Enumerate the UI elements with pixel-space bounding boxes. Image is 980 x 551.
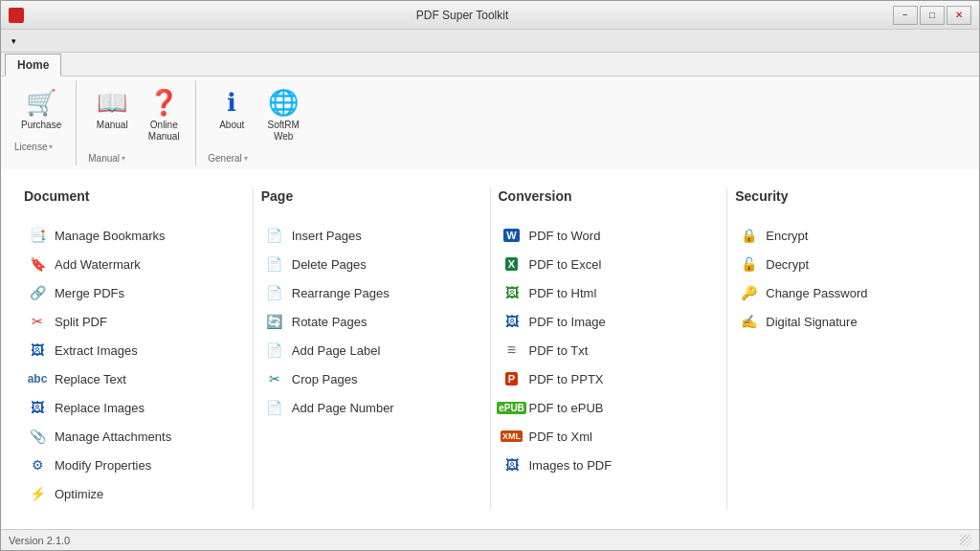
pdf-to-pptx-label: PDF to PPTX: [529, 372, 604, 386]
app-title: PDF Super Toolkit: [32, 9, 893, 22]
split-pdf-label: Split PDF: [55, 315, 107, 329]
app-icon: [9, 8, 24, 23]
delete-pages-item[interactable]: 📄 Delete Pages: [261, 250, 467, 278]
decrypt-item[interactable]: 🔓 Decrypt: [735, 250, 941, 278]
about-icon: ℹ: [216, 87, 247, 118]
ribbon-group-license: 🛒 Purchase License ▾: [7, 80, 77, 165]
pdf-to-pptx-icon: P: [502, 369, 522, 388]
merge-pdfs-icon: 🔗: [28, 283, 47, 302]
manual-button[interactable]: 📖 Manual: [88, 82, 136, 147]
add-page-number-item[interactable]: 📄 Add Page Number: [261, 393, 467, 422]
pdf-to-word-item[interactable]: W PDF to Word: [499, 221, 704, 250]
ribbon-area: ▾ Home 🛒 Purchase License ▾ 📖 Man: [1, 30, 979, 169]
purchase-label: Purchase: [21, 120, 61, 131]
images-to-pdf-item[interactable]: 🖼 Images to PDF: [499, 451, 704, 479]
license-group-label: License ▾: [14, 142, 68, 152]
optimize-item[interactable]: ⚡ Optimize: [24, 479, 230, 508]
security-column: Security 🔒 Encrypt 🔓 Decrypt 🔑 Change Pa…: [735, 188, 956, 510]
pdf-to-epub-item[interactable]: ePUB PDF to ePUB: [499, 393, 704, 422]
manual-icon: 📖: [97, 87, 127, 118]
encrypt-label: Encrypt: [766, 229, 808, 243]
modify-properties-item[interactable]: ⚙ Modify Properties: [24, 451, 230, 479]
add-page-number-icon: 📄: [265, 398, 284, 417]
change-password-item[interactable]: 🔑 Change Password: [735, 278, 941, 307]
add-watermark-item[interactable]: 🔖 Add Watermark: [24, 250, 230, 278]
merge-pdfs-item[interactable]: 🔗 Merge PDFs: [24, 278, 230, 307]
ribbon: 🛒 Purchase License ▾ 📖 Manual ❓ Online M…: [1, 76, 979, 169]
extract-images-item[interactable]: 🖼 Extract Images: [24, 336, 230, 364]
resize-handle: [960, 535, 971, 546]
add-watermark-icon: 🔖: [28, 254, 47, 274]
version-label: Version 2.1.0: [9, 535, 70, 546]
softrm-web-button[interactable]: 🌐 SoftRM Web: [259, 82, 307, 147]
purchase-icon: 🛒: [26, 87, 56, 118]
minimize-button[interactable]: −: [893, 6, 918, 25]
rearrange-pages-label: Rearrange Pages: [292, 286, 390, 300]
insert-pages-item[interactable]: 📄 Insert Pages: [261, 221, 467, 250]
maximize-button[interactable]: □: [920, 6, 945, 25]
rotate-pages-label: Rotate Pages: [292, 315, 368, 329]
ribbon-tabs: Home: [1, 53, 979, 76]
quick-access-dropdown[interactable]: ▾: [5, 33, 22, 49]
divider-3: [726, 188, 727, 510]
conversion-header: Conversion: [499, 188, 704, 208]
replace-images-item[interactable]: 🖼 Replace Images: [24, 393, 230, 422]
add-page-label-item[interactable]: 📄 Add Page Label: [261, 336, 467, 364]
ribbon-group-general: ℹ About 🌐 SoftRM Web General ▾: [200, 80, 315, 165]
manage-bookmarks-item[interactable]: 📑 Manage Bookmarks: [24, 221, 230, 250]
close-button[interactable]: ✕: [947, 6, 971, 25]
purchase-button[interactable]: 🛒 Purchase: [14, 82, 68, 136]
quick-access-toolbar: ▾: [1, 30, 979, 53]
rearrange-pages-item[interactable]: 📄 Rearrange Pages: [261, 278, 467, 307]
digital-signature-label: Digital Signature: [766, 315, 857, 329]
pdf-to-excel-label: PDF to Excel: [529, 257, 602, 272]
pdf-to-image-item[interactable]: 🖼 PDF to Image: [499, 307, 704, 336]
crop-pages-item[interactable]: ✂ Crop Pages: [261, 364, 467, 393]
document-header: Document: [24, 188, 230, 208]
manual-label: Manual: [97, 120, 128, 131]
pdf-to-excel-icon: X: [502, 254, 522, 274]
manual-group-label: Manual ▾: [88, 153, 188, 164]
replace-text-label: Replace Text: [55, 372, 126, 386]
encrypt-icon: 🔒: [739, 226, 758, 245]
about-button[interactable]: ℹ About: [208, 82, 256, 147]
manage-attachments-item[interactable]: 📎 Manage Attachments: [24, 422, 230, 451]
pdf-to-html-icon: 🖼: [502, 283, 522, 302]
page-header: Page: [261, 188, 467, 208]
pdf-to-excel-item[interactable]: X PDF to Excel: [499, 250, 704, 278]
softrm-web-label: SoftRM Web: [268, 120, 300, 143]
rotate-pages-item[interactable]: 🔄 Rotate Pages: [261, 307, 467, 336]
online-manual-button[interactable]: ❓ Online Manual: [140, 82, 188, 147]
extract-images-icon: 🖼: [28, 341, 47, 360]
license-buttons: 🛒 Purchase: [14, 82, 68, 136]
encrypt-item[interactable]: 🔒 Encrypt: [735, 221, 941, 250]
window-controls: − □ ✕: [893, 6, 971, 25]
add-page-number-label: Add Page Number: [292, 401, 394, 415]
manage-attachments-icon: 📎: [28, 427, 47, 446]
optimize-icon: ⚡: [28, 484, 47, 503]
digital-signature-item[interactable]: ✍ Digital Signature: [735, 307, 941, 336]
online-manual-icon: ❓: [148, 87, 179, 118]
add-page-label-icon: 📄: [265, 341, 284, 360]
images-to-pdf-label: Images to PDF: [529, 458, 612, 473]
images-to-pdf-icon: 🖼: [502, 455, 522, 474]
split-pdf-item[interactable]: ✂ Split PDF: [24, 307, 230, 336]
extract-images-label: Extract Images: [55, 343, 138, 358]
pdf-to-pptx-item[interactable]: P PDF to PPTX: [499, 364, 704, 393]
insert-pages-label: Insert Pages: [292, 229, 362, 243]
pdf-to-txt-icon: ≡: [502, 341, 522, 360]
merge-pdfs-label: Merge PDFs: [55, 286, 124, 300]
change-password-label: Change Password: [766, 286, 867, 300]
pdf-to-image-label: PDF to Image: [529, 315, 606, 329]
pdf-to-html-label: PDF to Html: [529, 286, 597, 300]
page-column: Page 📄 Insert Pages 📄 Delete Pages 📄 Rea…: [261, 188, 482, 510]
pdf-to-html-item[interactable]: 🖼 PDF to Html: [499, 278, 704, 307]
tab-home[interactable]: Home: [5, 54, 61, 77]
softrm-web-icon: 🌐: [268, 87, 299, 118]
general-group-label: General ▾: [208, 153, 307, 164]
replace-text-item[interactable]: abc Replace Text: [24, 364, 230, 393]
delete-pages-icon: 📄: [265, 254, 284, 274]
pdf-to-txt-item[interactable]: ≡ PDF to Txt: [499, 336, 704, 364]
pdf-to-xml-item[interactable]: XML PDF to Xml: [499, 422, 704, 451]
license-arrow: ▾: [49, 143, 53, 151]
